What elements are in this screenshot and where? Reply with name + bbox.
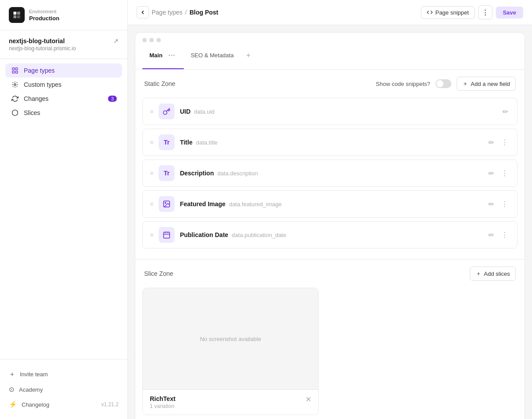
field-publication-date: ≡ Publication Date data.publication_date… <box>142 221 517 248</box>
show-code-toggle[interactable] <box>435 79 451 88</box>
save-button[interactable]: Save <box>496 7 523 19</box>
featured-image-field-actions: ✏ ⋮ <box>487 199 510 209</box>
content-area: Main ⋯ SEO & Metadata + Static Zone Show… <box>128 25 532 419</box>
svg-rect-4 <box>12 68 15 70</box>
show-code-label: Show code snippets? <box>376 81 431 87</box>
uid-field-name: UID <box>180 108 190 115</box>
svg-point-8 <box>14 84 16 85</box>
svg-rect-3 <box>17 15 20 19</box>
featured-image-field-path: data.featured_image <box>229 201 282 208</box>
page-types-icon <box>11 67 19 74</box>
topbar-actions: Page snippet ⋮ Save <box>421 5 523 19</box>
featured-image-more-button[interactable]: ⋮ <box>499 199 510 209</box>
changes-icon <box>11 95 19 102</box>
svg-rect-6 <box>15 68 18 70</box>
publication-date-more-button[interactable]: ⋮ <box>499 230 510 240</box>
field-title: ≡ Tr Title data.title ✏ ⋮ <box>142 129 517 156</box>
invite-team-item[interactable]: ＋ Invite team <box>9 367 119 382</box>
changes-badge: 3 <box>108 96 117 102</box>
sidebar-item-custom-types[interactable]: Custom types <box>5 78 122 92</box>
drag-handle-featured-image[interactable]: ≡ <box>150 200 153 208</box>
plus-icon: ＋ <box>9 370 15 378</box>
uid-edit-button[interactable]: ✏ <box>501 107 510 117</box>
sidebar-item-slices[interactable]: Slices <box>5 106 122 120</box>
sidebar-custom-types-label: Custom types <box>24 81 62 88</box>
project-url: nextjs-blog-tutorial.prismic.io <box>9 45 119 52</box>
bolt-icon: ⚡ <box>9 400 17 408</box>
field-description: ≡ Tr Description data.description ✏ ⋮ <box>142 159 517 187</box>
featured-image-field-icon <box>159 196 175 212</box>
uid-field-icon <box>159 104 175 119</box>
publication-date-field-name: Publication Date <box>180 231 228 238</box>
app-icon <box>9 7 25 23</box>
field-featured-image: ≡ Featured Image data.featured_image ✏ ⋮ <box>142 190 517 218</box>
tabs-row: Main ⋯ SEO & Metadata + <box>135 42 525 70</box>
description-field-icon: Tr <box>159 165 175 181</box>
slice-screenshot: No screenshot available <box>143 288 318 389</box>
env-section: Environment Production <box>0 0 127 30</box>
page-card: Main ⋯ SEO & Metadata + Static Zone Show… <box>135 32 525 419</box>
academy-item[interactable]: ⊙ Academy <box>9 382 119 397</box>
tab-seo[interactable]: SEO & Metadata <box>184 47 241 65</box>
title-more-button[interactable]: ⋮ <box>499 137 510 148</box>
title-edit-button[interactable]: ✏ <box>487 137 496 148</box>
add-tab-button[interactable]: + <box>241 48 256 64</box>
field-uid: ≡ UID data.uid ✏ <box>142 98 517 125</box>
slice-card-richtext: No screenshot available RichText 1 varia… <box>142 288 319 415</box>
drag-handle-uid[interactable]: ≡ <box>150 108 153 115</box>
tab-main[interactable]: Main ⋯ <box>142 42 184 69</box>
svg-rect-7 <box>15 71 18 73</box>
more-options-button[interactable]: ⋮ <box>478 5 492 19</box>
slice-variation: 1 variation <box>150 403 175 409</box>
sidebar-page-types-label: Page types <box>24 67 55 74</box>
featured-image-field-name: Featured Image <box>180 200 225 208</box>
static-zone-header: Static Zone Show code snippets? ＋ Add a … <box>135 70 525 98</box>
title-field-icon: Tr <box>159 134 175 150</box>
description-edit-button[interactable]: ✏ <box>487 168 496 178</box>
env-name: Production <box>29 15 60 22</box>
tab-main-options[interactable]: ⋯ <box>166 48 177 63</box>
publication-date-field-path: data.publication_date <box>232 232 286 238</box>
project-section: nextjs-blog-tutorial ↗ nextjs-blog-tutor… <box>0 30 127 59</box>
uid-field-actions: ✏ <box>501 107 510 117</box>
publication-date-edit-button[interactable]: ✏ <box>487 230 496 240</box>
drag-handle-title[interactable]: ≡ <box>150 139 153 146</box>
external-link-icon[interactable]: ↗ <box>113 37 119 44</box>
slice-name: RichText <box>150 395 175 402</box>
slice-close-button[interactable]: ✕ <box>305 395 311 404</box>
publication-date-field-actions: ✏ ⋮ <box>487 230 510 240</box>
breadcrumb-current: Blog Post <box>190 9 218 16</box>
changelog-item[interactable]: ⚡ Changelog v1.21.2 <box>9 397 119 412</box>
description-more-button[interactable]: ⋮ <box>499 168 510 178</box>
version-label: v1.21.2 <box>101 401 119 408</box>
back-button[interactable] <box>137 6 149 19</box>
sidebar-bottom: ＋ Invite team ⊙ Academy ⚡ Changelog v1.2… <box>0 359 127 419</box>
sidebar-item-changes[interactable]: Changes 3 <box>5 92 122 106</box>
title-field-path: data.title <box>196 139 218 146</box>
svg-rect-2 <box>14 15 17 19</box>
env-label: Environment <box>29 9 60 14</box>
main-content: Page types / Blog Post Page snippet ⋮ Sa… <box>128 0 532 419</box>
breadcrumb-parent: Page types <box>152 9 182 16</box>
dot-yellow <box>149 38 154 42</box>
breadcrumb: Page types / Blog Post <box>137 6 218 19</box>
sidebar-item-page-types[interactable]: Page types <box>5 63 122 78</box>
title-field-actions: ✏ ⋮ <box>487 137 510 148</box>
description-field-name: Description <box>180 170 214 177</box>
drag-handle-publication-date[interactable]: ≡ <box>150 231 153 238</box>
publication-date-field-icon <box>159 227 175 243</box>
project-name: nextjs-blog-tutorial ↗ <box>9 37 119 44</box>
fields-container: ≡ UID data.uid ✏ ≡ Tr <box>135 98 525 259</box>
slice-zone-header: Slice Zone ＋ Add slices <box>135 259 525 288</box>
dot-green <box>156 38 161 42</box>
uid-field-path: data.uid <box>194 108 214 115</box>
sidebar-slices-label: Slices <box>24 109 40 116</box>
static-zone-title: Static Zone <box>144 80 175 87</box>
drag-handle-description[interactable]: ≡ <box>150 170 153 177</box>
slices-icon <box>11 109 19 116</box>
page-snippet-button[interactable]: Page snippet <box>421 6 475 19</box>
add-field-button[interactable]: ＋ Add a new field <box>457 77 516 91</box>
sidebar: Environment Production nextjs-blog-tutor… <box>0 0 128 419</box>
featured-image-edit-button[interactable]: ✏ <box>487 199 496 209</box>
add-slices-button[interactable]: ＋ Add slices <box>470 267 516 281</box>
